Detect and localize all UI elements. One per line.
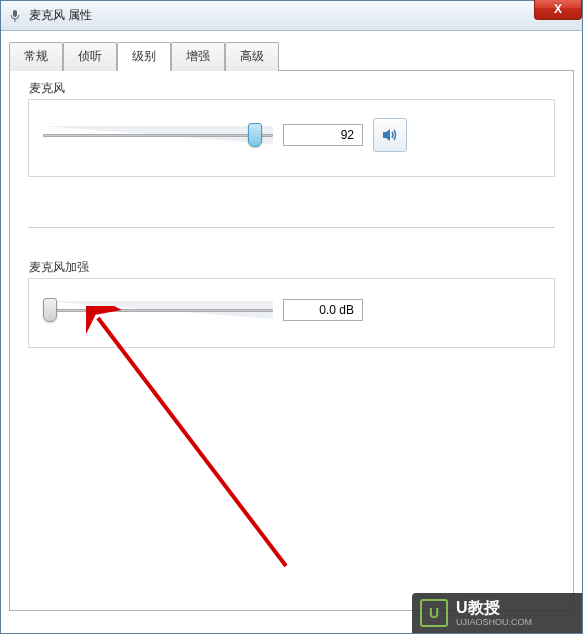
watermark-brand: U教授 xyxy=(456,598,532,617)
separator xyxy=(28,227,555,228)
window-title: 麦克风 属性 xyxy=(29,7,92,24)
watermark: U U教授 UJIAOSHOU.COM xyxy=(412,593,582,633)
microphone-slider[interactable] xyxy=(43,122,273,148)
microphone-group: 麦克风 xyxy=(28,99,555,177)
close-button[interactable]: X xyxy=(534,0,582,20)
titlebar[interactable]: 麦克风 属性 X xyxy=(1,1,582,31)
boost-label: 麦克风加强 xyxy=(29,259,89,276)
microphone-controls xyxy=(43,118,540,152)
boost-controls xyxy=(43,297,540,323)
boost-slider[interactable] xyxy=(43,297,273,323)
watermark-logo: U xyxy=(420,599,448,627)
microphone-value-input[interactable] xyxy=(283,124,363,146)
microphone-label: 麦克风 xyxy=(29,80,65,97)
speaker-icon xyxy=(381,126,399,144)
svg-rect-0 xyxy=(13,10,17,17)
properties-dialog: 麦克风 属性 X 常规 侦听 级别 增强 高级 麦克风 xyxy=(0,0,583,634)
tab-enhancements[interactable]: 增强 xyxy=(171,42,225,71)
microphone-icon xyxy=(7,8,23,24)
microphone-slider-thumb[interactable] xyxy=(248,123,262,147)
watermark-url: UJIAOSHOU.COM xyxy=(456,617,532,628)
tab-bar: 常规 侦听 级别 增强 高级 xyxy=(9,41,574,71)
tab-content-levels: 麦克风 xyxy=(9,71,574,611)
boost-slider-thumb[interactable] xyxy=(43,298,57,322)
tab-listen[interactable]: 侦听 xyxy=(63,42,117,71)
boost-value-input[interactable] xyxy=(283,299,363,321)
close-icon: X xyxy=(554,2,562,16)
tab-general[interactable]: 常规 xyxy=(9,42,63,71)
mute-button[interactable] xyxy=(373,118,407,152)
tab-levels[interactable]: 级别 xyxy=(117,42,171,71)
dialog-body: 常规 侦听 级别 增强 高级 麦克风 xyxy=(1,31,582,621)
boost-group: 麦克风加强 xyxy=(28,278,555,348)
tab-advanced[interactable]: 高级 xyxy=(225,42,279,71)
